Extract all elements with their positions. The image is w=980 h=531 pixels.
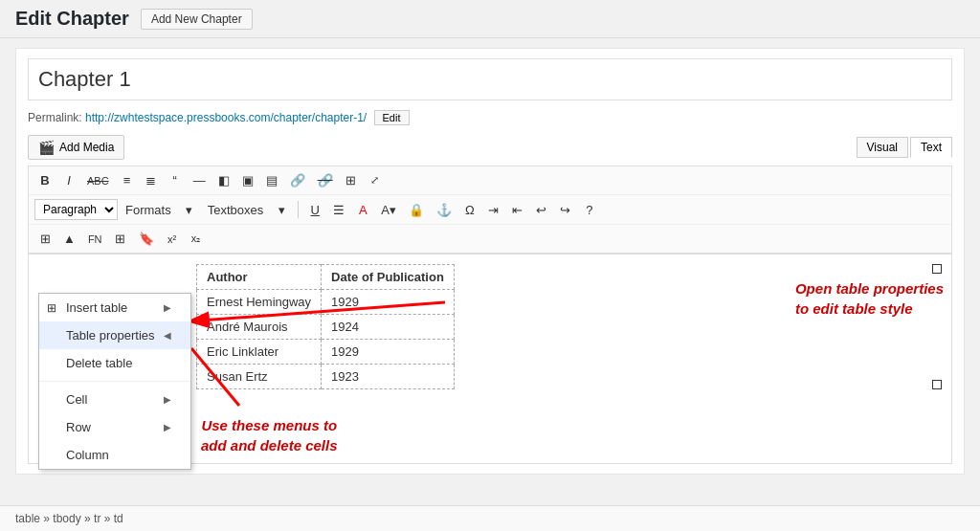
editor-table: Author Date of Publication Ernest Heming…: [196, 264, 455, 389]
add-media-button[interactable]: 🎬 Add Media: [28, 135, 124, 160]
column-label: Column: [66, 448, 109, 462]
table-properties-menu-item[interactable]: Table properties ◀: [39, 321, 190, 349]
table-button[interactable]: ⊞: [34, 229, 56, 249]
help-button[interactable]: ?: [579, 200, 600, 220]
date-cell[interactable]: 1929: [322, 290, 455, 315]
author-cell[interactable]: Ernest Hemingway: [197, 290, 322, 315]
indent-button[interactable]: ⇥: [483, 200, 504, 220]
breadcrumb: table » tbody » tr » td: [15, 512, 123, 525]
hr-button[interactable]: —: [189, 170, 211, 190]
paragraph-select[interactable]: Paragraph: [34, 199, 118, 220]
fullscreen-button[interactable]: ⤢: [365, 171, 386, 189]
add-media-label: Add Media: [59, 141, 114, 154]
insert-more-button[interactable]: ⊞: [341, 170, 362, 190]
cell-menu-item[interactable]: Cell ▶: [39, 386, 190, 413]
column-menu-item[interactable]: Column: [39, 441, 190, 469]
table-properties-label: Table properties: [66, 328, 155, 343]
add-new-chapter-button[interactable]: Add New Chapter: [141, 9, 253, 30]
table-row: Susan Ertz 1923: [197, 365, 455, 389]
delete-table-menu-item[interactable]: Delete table: [39, 349, 190, 377]
annotation-menus: Use these menus toadd and delete cells: [201, 415, 338, 455]
table-properties-arrow: ◀: [164, 330, 171, 341]
text-color-button[interactable]: A: [352, 200, 373, 220]
resize-handle-top: [932, 264, 942, 274]
fn-button[interactable]: FN: [83, 231, 107, 248]
underline-button[interactable]: U: [304, 200, 325, 220]
insert-table-arrow: ▶: [164, 302, 171, 313]
subscript-button[interactable]: x₂: [186, 230, 207, 248]
date-cell[interactable]: 1924: [322, 315, 455, 340]
bold-button[interactable]: B: [34, 170, 56, 190]
delete-table-label: Delete table: [66, 356, 132, 370]
camera-icon: 🎬: [38, 140, 55, 155]
unlink-button[interactable]: 🔗: [313, 170, 338, 190]
page-title: Edit Chapter: [15, 8, 129, 30]
insert-table-label: Insert table: [66, 300, 127, 315]
table-row: Eric Linklater 1929: [197, 340, 455, 365]
table-row: Ernest Hemingway 1929: [197, 290, 455, 315]
toolbar-separator: [298, 201, 299, 218]
resize-handle-bottom: [932, 380, 942, 389]
row-label: Row: [66, 420, 91, 434]
col-header-author: Author: [197, 265, 322, 290]
link-button[interactable]: 🔗: [285, 170, 310, 190]
table-row: André Maurois 1924: [197, 315, 455, 340]
lock-button[interactable]: 🔒: [404, 200, 429, 220]
date-cell[interactable]: 1923: [322, 365, 455, 389]
chapter-title-input[interactable]: [28, 58, 952, 100]
table-dropdown-arrow[interactable]: ▲: [58, 229, 80, 249]
undo-button[interactable]: ↩: [531, 200, 552, 220]
strikethrough-button[interactable]: ABC: [82, 172, 114, 189]
italic-button[interactable]: I: [58, 170, 79, 190]
font-size-button[interactable]: A▾: [376, 200, 401, 220]
visual-tab[interactable]: Visual: [857, 137, 908, 158]
superscript-button[interactable]: x²: [162, 231, 183, 248]
breadcrumb-bar: table » tbody » tr » td: [0, 505, 980, 531]
table-context-menu: ⊞ Insert table ▶ Table properties ◀ Dele…: [38, 293, 191, 470]
cell-arrow: ▶: [164, 394, 171, 405]
align-right-button[interactable]: ▤: [261, 170, 282, 190]
date-cell[interactable]: 1929: [322, 340, 455, 365]
outdent-button[interactable]: ⇤: [507, 200, 528, 220]
formats-dropdown[interactable]: Formats: [121, 200, 176, 220]
anchor-button[interactable]: ⚓: [432, 200, 457, 220]
permalink-edit-button[interactable]: Edit: [374, 110, 410, 125]
text-tab[interactable]: Text: [910, 137, 952, 158]
col-header-date: Date of Publication: [322, 265, 455, 290]
row-menu-item[interactable]: Row ▶: [39, 413, 190, 441]
ordered-list-button[interactable]: ≣: [141, 170, 162, 190]
textboxes-dropdown[interactable]: Textboxes: [203, 200, 269, 220]
redo-button[interactable]: ↪: [555, 200, 576, 220]
menu-divider-1: [39, 381, 190, 382]
textboxes-arrow[interactable]: ▾: [271, 200, 292, 220]
author-cell[interactable]: Eric Linklater: [197, 340, 322, 365]
insert-table-icon: ⊞: [47, 301, 56, 315]
omega-button[interactable]: Ω: [459, 200, 480, 220]
justify-button[interactable]: ☰: [328, 200, 349, 220]
cell-label: Cell: [66, 392, 87, 407]
permalink-url[interactable]: http://zwhtestspace.pressbooks.com/chapt…: [85, 111, 367, 124]
bookmark-button[interactable]: 🔖: [134, 229, 159, 249]
formats-arrow[interactable]: ▾: [179, 200, 200, 220]
permalink-label: Permalink:: [28, 111, 82, 124]
author-cell[interactable]: Susan Ertz: [197, 365, 322, 389]
align-left-button[interactable]: ◧: [213, 170, 234, 190]
unordered-list-button[interactable]: ≡: [117, 170, 138, 190]
row-arrow: ▶: [164, 422, 171, 432]
blockquote-button[interactable]: “: [165, 170, 186, 190]
author-cell[interactable]: André Maurois: [197, 315, 322, 340]
insert-table-menu-item[interactable]: ⊞ Insert table ▶: [39, 294, 190, 321]
grid-button[interactable]: ⊞: [110, 229, 131, 249]
align-center-button[interactable]: ▣: [237, 170, 258, 190]
